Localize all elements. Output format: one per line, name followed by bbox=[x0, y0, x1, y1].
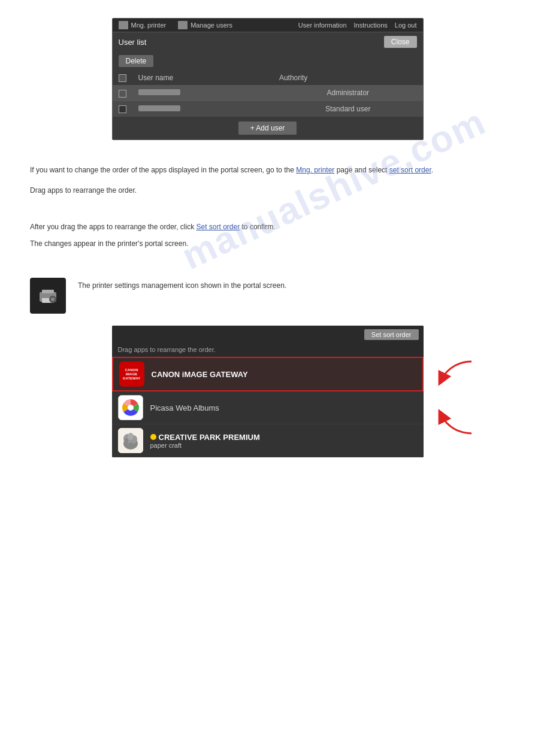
add-user-row: + Add user bbox=[113, 117, 423, 139]
drag-hint: Drag apps to rearrange the order. bbox=[112, 344, 424, 357]
col-username: User name bbox=[132, 71, 273, 85]
authority-2: Standard user bbox=[273, 101, 423, 117]
app-item-creative[interactable]: CREATIVE PARK PREMIUM paper craft bbox=[112, 424, 424, 457]
close-button[interactable]: Close bbox=[384, 36, 417, 48]
picasa-icon-svg bbox=[120, 397, 141, 418]
nav-bar: Mng. printer Manage users User informati… bbox=[113, 19, 423, 32]
red-arrows-svg bbox=[430, 350, 477, 445]
svg-rect-1 bbox=[42, 290, 54, 293]
svg-rect-8 bbox=[55, 299, 56, 300]
add-user-button[interactable]: + Add user bbox=[238, 122, 297, 135]
user-table: User name Authority Administrator Standa… bbox=[113, 71, 423, 117]
app-name-creative: CREATIVE PARK PREMIUM bbox=[159, 433, 260, 442]
printer-settings-icon-box bbox=[30, 278, 66, 314]
bottom-panel-wrapper: Set sort order Drag apps to rearrange th… bbox=[70, 326, 466, 457]
svg-point-15 bbox=[128, 433, 134, 440]
set-sort-order-button[interactable]: Set sort order bbox=[364, 329, 419, 340]
app-subname-creative: paper craft bbox=[150, 442, 260, 449]
mng-printer-link[interactable]: Mng. printer bbox=[296, 166, 334, 174]
creative-app-info: CREATIVE PARK PREMIUM paper craft bbox=[150, 433, 260, 449]
app-name-canon: CANON iMAGE GATEWAY bbox=[152, 370, 248, 379]
picasa-icon bbox=[118, 395, 143, 420]
nav-manage-users[interactable]: Manage users bbox=[178, 21, 232, 29]
svg-rect-5 bbox=[52, 296, 53, 297]
yellow-dot-icon bbox=[150, 434, 156, 440]
delete-button[interactable]: Delete bbox=[119, 55, 154, 67]
bottom-panel: Set sort order Drag apps to rearrange th… bbox=[112, 326, 424, 457]
user-checkbox-1[interactable] bbox=[119, 90, 126, 98]
username-2 bbox=[138, 105, 180, 111]
printer-settings-icon bbox=[37, 285, 59, 306]
svg-point-10 bbox=[128, 405, 134, 411]
svg-point-16 bbox=[125, 438, 128, 444]
creative-icon-svg bbox=[118, 428, 143, 453]
app-item-canon[interactable]: CANONiMAGEGATEWAY CANON iMAGE GATEWAY bbox=[112, 357, 424, 391]
col-authority: Authority bbox=[273, 71, 423, 85]
table-row: Administrator bbox=[113, 85, 423, 101]
panel-title: User list bbox=[119, 38, 147, 47]
toolbar: Delete bbox=[113, 51, 423, 71]
nav-mng-printer[interactable]: Mng. printer bbox=[119, 21, 167, 29]
nav-log-out[interactable]: Log out bbox=[395, 22, 417, 29]
select-all-checkbox[interactable] bbox=[119, 74, 126, 82]
user-checkbox-2[interactable] bbox=[119, 105, 126, 113]
nav-user-information[interactable]: User information bbox=[298, 22, 347, 29]
svg-rect-7 bbox=[49, 299, 51, 300]
table-row: Standard user bbox=[113, 101, 423, 117]
printer-icon bbox=[119, 21, 128, 29]
canon-icon: CANONiMAGEGATEWAY bbox=[119, 362, 144, 387]
nav-right: User information Instructions Log out bbox=[298, 22, 417, 29]
app-name-picasa: Picasa Web Albums bbox=[150, 403, 219, 412]
users-icon bbox=[178, 21, 188, 29]
creative-icon bbox=[118, 428, 143, 453]
confirm-link[interactable]: Set sort order bbox=[197, 223, 240, 231]
svg-rect-6 bbox=[52, 301, 53, 303]
username-1 bbox=[138, 89, 180, 95]
app-item-picasa[interactable]: Picasa Web Albums bbox=[112, 391, 424, 424]
user-list-panel: Mng. printer Manage users User informati… bbox=[112, 18, 424, 140]
body-text: If you want to change the order of the a… bbox=[0, 152, 535, 266]
icon-block: The printer settings management icon sho… bbox=[30, 278, 505, 314]
panel-header: User list Close bbox=[113, 32, 423, 51]
bottom-panel-header: Set sort order bbox=[112, 326, 424, 344]
nav-instructions[interactable]: Instructions bbox=[354, 22, 388, 29]
set-sort-order-link[interactable]: set sort order bbox=[389, 166, 431, 174]
svg-point-4 bbox=[51, 297, 55, 301]
icon-description: The printer settings management icon sho… bbox=[78, 278, 286, 292]
authority-1: Administrator bbox=[273, 85, 423, 101]
